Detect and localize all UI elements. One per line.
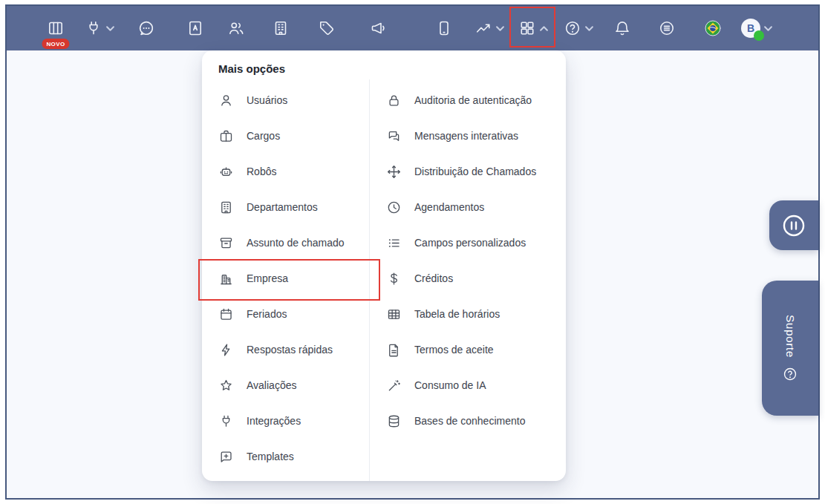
department-building-icon xyxy=(218,200,234,215)
tag-icon xyxy=(318,19,336,37)
novo-badge: NOVO xyxy=(42,39,69,49)
menu-item-tabela-horarios[interactable]: Tabela de horários xyxy=(370,296,566,332)
nav-help-button[interactable] xyxy=(564,19,593,37)
bell-icon xyxy=(613,19,631,37)
office-building-icon xyxy=(218,271,234,287)
app-window: NOVO xyxy=(5,4,820,500)
menu-item-respostas-rapidas[interactable]: Respostas rápidas xyxy=(202,332,369,367)
chat-bubbles-icon xyxy=(386,128,402,144)
menu-item-termos-aceite[interactable]: Termos de aceite xyxy=(370,332,566,367)
nav-integrations-button[interactable] xyxy=(85,19,114,37)
menu-item-campos-personalizados[interactable]: Campos personalizados xyxy=(370,225,566,261)
help-icon xyxy=(564,19,581,37)
menu-column-right: Auditoria de autenticação Mensagens inte… xyxy=(370,79,566,481)
menu-item-departamentos[interactable]: Departamentos xyxy=(202,189,369,225)
menu-item-label: Templates xyxy=(247,451,294,462)
nav-reports-button[interactable] xyxy=(475,19,504,37)
menu-item-empresa[interactable]: Empresa xyxy=(202,261,369,296)
menu-item-consumo-ia[interactable]: Consumo de IA xyxy=(370,367,566,403)
menu-item-label: Robôs xyxy=(247,166,276,177)
avatar-initial: B xyxy=(747,22,754,34)
chevron-down-icon xyxy=(764,26,772,31)
nav-queue-button[interactable] xyxy=(658,19,676,37)
support-label: Suporte xyxy=(783,315,797,358)
menu-item-distribuicao[interactable]: Distribuição de Chamados xyxy=(370,154,566,189)
pause-button[interactable] xyxy=(769,200,818,250)
clock-icon xyxy=(386,200,402,215)
nav-mobile-button[interactable] xyxy=(435,19,453,37)
menu-item-label: Distribuição de Chamados xyxy=(414,166,536,177)
menu-item-mensagens-interativas[interactable]: Mensagens interativas xyxy=(370,118,566,154)
archive-box-icon xyxy=(218,235,234,251)
brazil-flag-icon xyxy=(704,19,722,37)
nav-contacts-button[interactable] xyxy=(186,19,204,37)
list-icon xyxy=(386,235,402,251)
menu-item-label: Consumo de IA xyxy=(414,379,486,391)
menu-item-feriados[interactable]: Feriados xyxy=(202,296,369,332)
menu-item-label: Usuários xyxy=(247,94,287,106)
user-menu-button[interactable]: B xyxy=(741,19,772,38)
document-icon xyxy=(386,342,402,358)
menu-item-cargos[interactable]: Cargos xyxy=(202,118,369,154)
star-icon xyxy=(218,378,234,393)
lightning-icon xyxy=(218,342,234,358)
menu-item-usuarios[interactable]: Usuários xyxy=(202,82,369,118)
menu-item-agendamentos[interactable]: Agendamentos xyxy=(370,189,566,225)
nav-notifications-button[interactable] xyxy=(613,19,631,37)
chevron-down-icon xyxy=(585,26,593,31)
menu-item-label: Assunto de chamado xyxy=(247,237,345,249)
menu-item-label: Agendamentos xyxy=(414,201,484,213)
megaphone-icon xyxy=(370,19,388,37)
chevron-down-icon xyxy=(106,26,114,31)
apps-grid-icon xyxy=(518,19,536,37)
menu-item-auditoria[interactable]: Auditoria de autenticação xyxy=(370,82,566,118)
nav-users-button[interactable] xyxy=(227,19,245,37)
nav-language-button[interactable] xyxy=(704,19,722,37)
menu-item-label: Respostas rápidas xyxy=(247,344,333,356)
nav-more-options-button[interactable] xyxy=(518,19,548,37)
phone-icon xyxy=(435,19,453,37)
menu-item-bases-conhecimento[interactable]: Bases de conhecimento xyxy=(370,403,566,439)
menu-item-integracoes[interactable]: Integrações xyxy=(202,403,369,439)
table-icon xyxy=(386,307,402,322)
menu-item-label: Avaliações xyxy=(247,379,296,391)
menu-item-assunto-de-chamado[interactable]: Assunto de chamado xyxy=(202,225,369,261)
pause-icon xyxy=(781,213,806,238)
menu-item-avaliacoes[interactable]: Avaliações xyxy=(202,367,369,403)
queue-circle-icon xyxy=(658,19,676,37)
menu-item-label: Feriados xyxy=(247,308,287,320)
menu-item-templates[interactable]: Templates xyxy=(202,439,369,474)
menu-item-label: Departamentos xyxy=(247,201,318,213)
dollar-icon xyxy=(386,271,402,287)
menu-item-label: Créditos xyxy=(414,272,453,284)
screenshot-canvas: NOVO xyxy=(0,0,825,504)
top-nav-bar: NOVO xyxy=(7,6,818,50)
nav-boards-button[interactable]: NOVO xyxy=(47,19,65,37)
briefcase-icon xyxy=(218,128,234,144)
menu-item-label: Termos de aceite xyxy=(414,344,494,356)
message-plus-icon xyxy=(218,449,234,465)
menu-item-label: Mensagens interativas xyxy=(414,130,518,142)
question-icon xyxy=(783,367,798,382)
plug-icon xyxy=(85,19,102,37)
menu-body: Usuários Cargos Robôs xyxy=(202,79,566,481)
nav-campaigns-button[interactable] xyxy=(370,19,388,37)
database-icon xyxy=(386,413,402,429)
more-options-menu: Mais opções Usuários Cargos xyxy=(202,50,566,481)
menu-item-label: Cargos xyxy=(247,130,280,142)
nav-chats-button[interactable] xyxy=(137,19,155,37)
nav-tags-button[interactable] xyxy=(318,19,336,37)
menu-item-label: Auditoria de autenticação xyxy=(414,94,532,106)
menu-item-robos[interactable]: Robôs xyxy=(202,154,369,189)
user-icon xyxy=(218,93,234,108)
nav-departments-button[interactable] xyxy=(272,19,290,37)
support-tab[interactable]: Suporte xyxy=(762,281,818,416)
calendar-icon xyxy=(218,307,234,322)
menu-item-label: Bases de conhecimento xyxy=(414,415,525,427)
building-icon xyxy=(272,19,290,37)
menu-item-creditos[interactable]: Créditos xyxy=(370,261,566,296)
chevron-down-icon xyxy=(496,26,504,31)
menu-item-label: Tabela de horários xyxy=(414,308,500,320)
plug-icon xyxy=(218,413,234,429)
chevron-up-icon xyxy=(540,26,548,31)
